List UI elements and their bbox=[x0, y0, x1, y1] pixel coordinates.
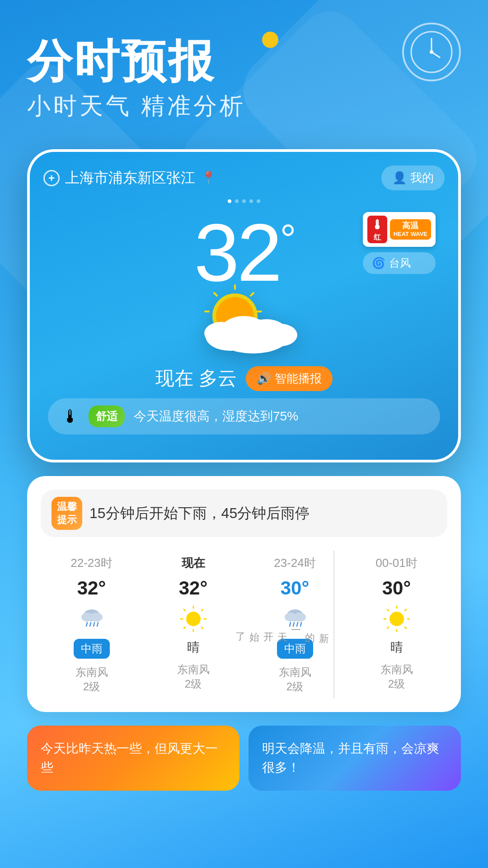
header: 分时预报 小时天气 精准分析 bbox=[0, 0, 488, 140]
svg-point-19 bbox=[90, 613, 103, 622]
location-area[interactable]: + 上海市浦东新区张江 📍 bbox=[43, 168, 216, 188]
page-dots bbox=[43, 199, 445, 203]
degree-symbol: ° bbox=[280, 217, 294, 262]
alert-badges: 🌡 红 高温 HEAT WAVE 🌀 台风 bbox=[363, 212, 436, 274]
current-weather-row: 现在 多云 🔊 智能播报 bbox=[43, 366, 445, 391]
svg-line-20 bbox=[86, 623, 87, 626]
svg-point-3 bbox=[430, 50, 433, 54]
dot-5 bbox=[257, 199, 260, 203]
svg-line-30 bbox=[202, 627, 203, 628]
warning-line2: 提示 bbox=[57, 514, 77, 527]
svg-line-9 bbox=[214, 293, 217, 296]
hourly-grid: 新的一天开始了 22-23时 32° 中雨 东南风2级 bbox=[41, 551, 447, 698]
location-pin-icon: 📍 bbox=[201, 170, 216, 185]
bottom-banners: 今天比昨天热一些，但风更大一些 明天会降温，并且有雨，会凉爽很多！ bbox=[27, 726, 461, 809]
my-label: 我的 bbox=[410, 170, 434, 186]
hour-col-1: 22-23时 32° 中雨 东南风2级 bbox=[41, 551, 142, 698]
typhoon-label: 台风 bbox=[389, 256, 411, 270]
svg-line-29 bbox=[184, 609, 185, 611]
app-subtitle: 小时天气 精准分析 bbox=[27, 90, 461, 122]
hour-label-2: 现在 bbox=[182, 555, 205, 571]
hour-temp-2: 32° bbox=[179, 577, 208, 599]
hour-label-4: 00-01时 bbox=[375, 555, 418, 571]
comfort-bar: 🌡 舒适 今天温度很高，湿度达到75% bbox=[48, 398, 440, 434]
hour-col-3: 23-24时 30° 中雨 东南风2级 bbox=[244, 551, 346, 698]
svg-line-48 bbox=[405, 609, 406, 611]
wind-text-2: 东南风2级 bbox=[177, 662, 210, 691]
svg-point-15 bbox=[263, 324, 297, 346]
hour-col-4: 00-01时 30° 晴 东南风2级 bbox=[346, 551, 447, 698]
typhoon-icon: 🌀 bbox=[372, 257, 385, 269]
hour-label-1: 22-23时 bbox=[70, 555, 113, 571]
cloud-rain-icon-1 bbox=[78, 605, 105, 632]
current-condition-text: 现在 多云 bbox=[155, 366, 237, 391]
temperature-section: 32° 🌡 红 高温 HEAT WAVE bbox=[43, 212, 445, 293]
svg-line-32 bbox=[202, 609, 203, 611]
heat-wave-red: 🌡 红 bbox=[367, 216, 387, 243]
location-text: 上海市浦东新区张江 bbox=[65, 168, 195, 188]
hour-col-2: 现在 32° 晴 东南风2级 bbox=[142, 551, 244, 698]
svg-line-39 bbox=[300, 623, 301, 626]
dot-3 bbox=[242, 199, 246, 203]
cool-banner: 明天会降温，并且有雨，会凉爽很多！ bbox=[249, 726, 461, 791]
rain-warning: 温馨 提示 15分钟后开始下雨，45分钟后雨停 bbox=[41, 490, 447, 537]
svg-line-31 bbox=[184, 627, 185, 628]
svg-line-47 bbox=[387, 627, 389, 628]
svg-line-37 bbox=[293, 623, 294, 626]
condition-badge-1: 中雨 bbox=[74, 639, 110, 659]
comfort-badge: 舒适 bbox=[89, 406, 125, 427]
heat-wave-label: 高温 bbox=[402, 221, 418, 231]
dot-1 bbox=[228, 199, 231, 203]
svg-line-23 bbox=[97, 623, 98, 626]
warning-line1: 温馨 bbox=[57, 500, 77, 514]
wind-text-4: 东南风2级 bbox=[380, 662, 413, 691]
heat-wave-red-label: 红 bbox=[374, 233, 381, 241]
heat-wave-sub: HEAT WAVE bbox=[394, 231, 427, 238]
svg-line-7 bbox=[251, 293, 253, 296]
svg-point-16 bbox=[204, 322, 239, 344]
dot-4 bbox=[249, 199, 253, 203]
hour-label-3: 23-24时 bbox=[274, 555, 316, 571]
heat-wave-orange: 高温 HEAT WAVE bbox=[390, 219, 431, 240]
phone-mockup: + 上海市浦东新区张江 📍 👤 我的 32° bbox=[27, 149, 461, 462]
svg-line-22 bbox=[94, 623, 94, 626]
sun-icon-2 bbox=[180, 605, 207, 632]
hour-temp-4: 30° bbox=[382, 577, 411, 599]
rain-warning-text: 15分钟后开始下雨，45分钟后雨停 bbox=[89, 504, 310, 524]
my-profile-button[interactable]: 👤 我的 bbox=[381, 165, 445, 190]
profile-icon: 👤 bbox=[392, 171, 407, 185]
wind-text-1: 东南风2级 bbox=[75, 665, 108, 694]
broadcast-label: 智能播报 bbox=[275, 371, 322, 387]
svg-line-38 bbox=[297, 623, 298, 626]
condition-badge-3: 中雨 bbox=[277, 639, 313, 659]
phone-topbar: + 上海市浦东新区张江 📍 👤 我的 bbox=[43, 165, 445, 190]
hot-banner: 今天比昨天热一些，但风更大一些 bbox=[27, 726, 239, 791]
svg-line-46 bbox=[405, 627, 406, 628]
app-title: 分时预报 bbox=[27, 36, 461, 86]
speaker-icon: 🔊 bbox=[257, 372, 271, 386]
svg-point-35 bbox=[293, 613, 306, 622]
new-day-divider bbox=[333, 551, 334, 698]
clock-svg bbox=[409, 29, 454, 75]
cool-banner-text: 明天会降温，并且有雨，会凉爽很多！ bbox=[262, 741, 439, 774]
header-dot bbox=[262, 32, 278, 48]
sun-icon-4 bbox=[383, 605, 410, 632]
sun-cloud-icon bbox=[181, 284, 307, 357]
clock-icon bbox=[402, 23, 461, 81]
condition-text-4: 晴 bbox=[390, 639, 403, 656]
hour-temp-1: 32° bbox=[77, 577, 106, 599]
forecast-card: 温馨 提示 15分钟后开始下雨，45分钟后雨停 新的一天开始了 22-23时 3… bbox=[27, 476, 461, 712]
broadcast-button[interactable]: 🔊 智能播报 bbox=[246, 366, 333, 391]
hour-temp-3: 30° bbox=[281, 577, 310, 599]
typhoon-badge[interactable]: 🌀 台风 bbox=[363, 252, 436, 274]
cloud-rain-icon-3 bbox=[282, 605, 309, 632]
hot-banner-text: 今天比昨天热一些，但风更大一些 bbox=[41, 741, 218, 774]
svg-line-36 bbox=[290, 623, 291, 626]
weather-icon-area bbox=[43, 284, 445, 357]
warning-badge: 温馨 提示 bbox=[52, 497, 82, 530]
svg-line-21 bbox=[90, 623, 91, 626]
heat-wave-badge[interactable]: 🌡 红 高温 HEAT WAVE bbox=[363, 212, 436, 247]
svg-point-24 bbox=[186, 612, 201, 626]
condition-text-2: 晴 bbox=[187, 639, 200, 656]
add-location-button[interactable]: + bbox=[43, 170, 60, 186]
